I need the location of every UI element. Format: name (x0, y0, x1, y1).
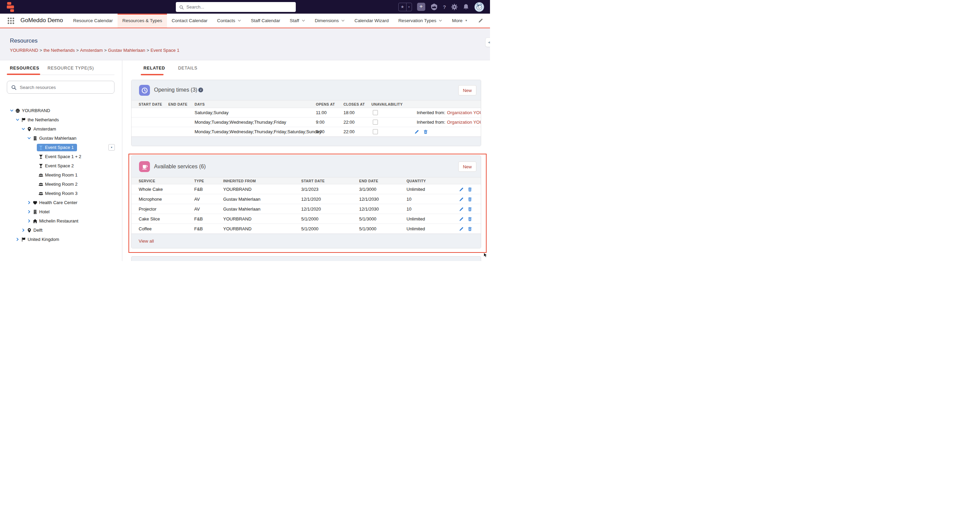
type-cell: AV (194, 194, 200, 204)
unavailability-checkbox[interactable] (373, 119, 378, 125)
chevron-down-icon[interactable] (27, 136, 33, 140)
flag-icon (21, 237, 28, 242)
tree-item-the-netherlands[interactable]: the Netherlands (0, 115, 123, 124)
resource-search-input[interactable] (20, 85, 110, 90)
start-date-cell: 5/1/2000 (301, 214, 318, 223)
tree-item-meeting-room-3[interactable]: Meeting Room 3 (0, 189, 123, 198)
inherited-from-prefix: Inherited from: (417, 110, 445, 115)
edit-pencil-icon[interactable] (414, 129, 419, 134)
tab-resource-types[interactable]: RESOURCE TYPE(S) (48, 66, 94, 70)
tree-item-meeting-room-2[interactable]: Meeting Room 2 (0, 180, 123, 189)
delete-trash-icon[interactable] (423, 129, 428, 134)
delete-trash-icon[interactable] (468, 217, 472, 221)
resource-search[interactable] (7, 81, 115, 94)
nav-tab-staff-calendar[interactable]: Staff Calendar (246, 14, 285, 28)
edit-pencil-icon[interactable] (459, 207, 464, 212)
inherited-from-link[interactable]: Organization YOURBRAND (447, 110, 481, 115)
chevron-down-icon[interactable] (10, 109, 15, 113)
end-date-cell: 5/1/3000 (359, 224, 377, 233)
edit-nav-pencil-icon[interactable] (478, 18, 483, 23)
favorites-button[interactable]: ★ ▼ (398, 3, 412, 11)
quick-create-button[interactable]: + (417, 3, 425, 11)
nav-tab-contacts[interactable]: Contacts (212, 14, 246, 28)
resource-tree: YOURBRANDthe NetherlandsAmsterdamGustav … (0, 106, 123, 244)
row-actions-menu-button[interactable]: ▼ (108, 144, 115, 151)
breadcrumb-link-amsterdam[interactable]: Amsterdam (80, 48, 103, 53)
nav-tab-calendar-wizard[interactable]: Calendar Wizard (350, 14, 394, 28)
quantity-cell: 10 (407, 204, 411, 214)
breadcrumb-link-yourbrand[interactable]: YOURBRAND (10, 48, 38, 53)
end-date-cell: 5/1/3000 (359, 214, 377, 223)
info-icon[interactable]: i (198, 88, 203, 92)
nav-tab-more[interactable]: More▼ (447, 14, 472, 28)
nav-tab-dimensions[interactable]: Dimensions (310, 14, 350, 28)
delete-trash-icon[interactable] (468, 197, 472, 202)
tree-item-label: Event Space 1 (45, 145, 74, 150)
app-launcher-waffle-icon[interactable] (7, 17, 15, 24)
favorites-dropdown-icon[interactable]: ▼ (406, 3, 412, 11)
view-all-link[interactable]: View all (139, 239, 154, 243)
nav-tab-contact-calendar[interactable]: Contact Calendar (167, 14, 212, 28)
search-icon (11, 85, 16, 90)
tree-item-yourbrand[interactable]: YOURBRAND (0, 106, 123, 115)
nav-tab-staff[interactable]: Staff (285, 14, 310, 28)
tree-item-amsterdam[interactable]: Amsterdam (0, 124, 123, 134)
setup-gear-icon[interactable] (451, 4, 458, 10)
chevron-down-icon (341, 19, 345, 22)
breadcrumb-link-event-space-1[interactable]: Event Space 1 (151, 48, 180, 53)
chevron-down-icon[interactable] (21, 127, 27, 131)
tree-item-event-space-1[interactable]: Event Space 1▼ (0, 143, 123, 152)
tree-item-michelin-restaurant[interactable]: Michelin Restaurant (0, 216, 123, 226)
edit-pencil-icon[interactable] (459, 187, 464, 192)
opens-at-cell: 11:00 (316, 108, 327, 117)
delete-trash-icon[interactable] (468, 187, 472, 192)
help-icon[interactable]: ? (443, 4, 446, 10)
nav-tab-label: Resources & Types (123, 18, 162, 23)
tree-item-delft[interactable]: Delft (0, 226, 123, 235)
trailhead-icon[interactable] (430, 3, 438, 11)
tree-item-event-space-1-2[interactable]: Event Space 1 + 2 (0, 152, 123, 161)
app-name: GoMeddo Demo (21, 17, 63, 28)
delete-trash-icon[interactable] (468, 207, 472, 212)
delete-trash-icon[interactable] (468, 227, 472, 231)
edit-pencil-icon[interactable] (459, 227, 464, 231)
chevron-right-icon[interactable] (21, 228, 27, 232)
breadcrumb-link-the-netherlands[interactable]: the Netherlands (44, 48, 75, 53)
active-tab-underline (141, 74, 164, 75)
star-icon[interactable]: ★ (399, 3, 406, 11)
tree-item-event-space-2[interactable]: Event Space 2 (0, 161, 123, 170)
edit-pencil-icon[interactable] (459, 217, 464, 221)
unavailability-checkbox[interactable] (373, 110, 378, 115)
breadcrumb-separator: > (145, 48, 151, 53)
collapse-panel-button[interactable]: ◀ (485, 38, 490, 47)
nav-tab-resources-types[interactable]: Resources & Types (118, 14, 167, 28)
chevron-right-icon[interactable] (27, 219, 33, 223)
search-icon (179, 5, 184, 9)
nav-tab-resource-calendar[interactable]: Resource Calendar (68, 14, 118, 28)
chevron-right-icon[interactable] (27, 201, 33, 205)
inherited-from-link[interactable]: Organization YOURBRAND (447, 119, 481, 125)
chevron-right-icon[interactable] (16, 237, 21, 242)
breadcrumb-link-gustav-mahlerlaan[interactable]: Gustav Mahlerlaan (108, 48, 145, 53)
start-date-cell: 5/1/2000 (301, 224, 318, 233)
nav-tab-reservation-types[interactable]: Reservation Types (394, 14, 447, 28)
tree-item-hotel[interactable]: Hotel (0, 207, 123, 216)
user-avatar[interactable] (474, 2, 484, 12)
global-search[interactable] (176, 2, 296, 12)
service-cell: Cake Slice (139, 214, 160, 223)
tree-item-health-care-center[interactable]: Health Care Center (0, 198, 123, 207)
tree-item-meeting-room-1[interactable]: Meeting Room 1 (0, 170, 123, 180)
tree-item-gustav-mahlerlaan[interactable]: Gustav Mahlerlaan (0, 134, 123, 143)
new-opening-time-button[interactable]: New (458, 85, 476, 95)
tree-item-united-kingdom[interactable]: United Kingdom (0, 235, 123, 244)
chevron-right-icon[interactable] (27, 210, 33, 214)
unavailability-checkbox[interactable] (373, 129, 378, 134)
new-service-button[interactable]: New (458, 161, 476, 172)
chevron-down-icon[interactable] (16, 118, 21, 122)
tab-related[interactable]: RELATED (143, 66, 165, 70)
notifications-bell-icon[interactable] (463, 4, 469, 10)
global-search-input[interactable] (186, 5, 293, 10)
tab-resources[interactable]: RESOURCES (10, 66, 39, 70)
edit-pencil-icon[interactable] (459, 197, 464, 202)
tab-details[interactable]: DETAILS (178, 66, 197, 70)
